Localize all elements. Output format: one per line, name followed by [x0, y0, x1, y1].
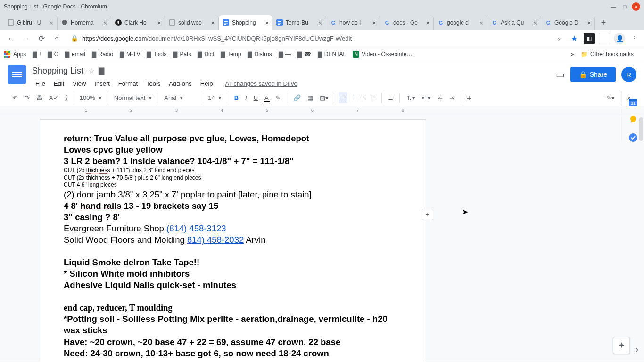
tab-close-icon[interactable]: × [533, 19, 537, 26]
tasks-icon[interactable] [628, 133, 638, 142]
add-comment-button[interactable]: + [422, 209, 433, 220]
align-right-button[interactable]: ≡ [359, 92, 368, 103]
side-panel-collapse-icon[interactable]: › [636, 345, 638, 354]
window-minimize-button[interactable]: — [609, 2, 618, 11]
bookmark-item[interactable]: ▇DENTAL [318, 51, 346, 58]
browser-tab[interactable]: Clark Ho× [111, 15, 165, 30]
bookmarks-overflow[interactable]: » [571, 51, 574, 58]
save-status[interactable]: All changes saved in Drive [222, 78, 301, 89]
vertical-scrollbar[interactable] [637, 115, 644, 362]
font-family-select[interactable]: Arial▼ [161, 92, 199, 103]
bulleted-list-button[interactable]: •≡▾ [419, 92, 434, 103]
numbered-list-button[interactable]: ⒈▾ [403, 92, 418, 104]
reload-button[interactable]: ⟳ [35, 32, 48, 45]
browser-tab[interactable]: GAsk a Qu× [487, 15, 541, 30]
bookmark-item[interactable]: ▇Pats [173, 51, 191, 58]
print-button[interactable]: 🖶 [33, 92, 45, 103]
tab-close-icon[interactable]: × [318, 19, 322, 26]
document-title[interactable]: Shopping List [32, 66, 83, 76]
browser-tab[interactable]: Gdocs - Go× [380, 15, 434, 30]
paint-format-button[interactable]: ⟆ [62, 92, 70, 103]
new-tab-button[interactable]: + [597, 16, 610, 29]
align-left-button[interactable]: ≡ [339, 92, 348, 103]
align-justify-button[interactable]: ≡ [369, 92, 378, 103]
tab-close-icon[interactable]: × [103, 19, 107, 26]
window-close-button[interactable]: ✕ [632, 2, 640, 11]
document-page[interactable]: return: True Value all purpose pvc glue,… [40, 119, 426, 362]
decrease-indent-button[interactable]: ⇤ [435, 92, 446, 103]
increase-indent-button[interactable]: ⇥ [446, 92, 457, 103]
browser-menu-icon[interactable]: ⋮ [629, 33, 640, 44]
browser-tab[interactable]: Ghow do I× [326, 15, 380, 30]
share-button[interactable]: 🔒Share [570, 67, 616, 82]
spellcheck-button[interactable]: A✓ [46, 92, 61, 103]
extension-icon-2[interactable] [599, 33, 610, 44]
line-spacing-button[interactable]: ≣ [385, 92, 396, 103]
menu-edit[interactable]: Edit [50, 78, 67, 89]
bookmark-item[interactable]: ▇Dict [198, 51, 214, 58]
bookmark-item[interactable]: ▇G [48, 51, 58, 58]
star-icon[interactable]: ☆ [88, 66, 95, 75]
menu-insert[interactable]: Insert [91, 78, 113, 89]
bookmark-item[interactable]: ▇M-TV [120, 51, 140, 58]
insert-comment-button[interactable]: ▦ [305, 92, 316, 103]
browser-tab[interactable]: solid woo× [165, 15, 219, 30]
comments-icon[interactable]: ▭ [556, 69, 565, 80]
tab-close-icon[interactable]: × [426, 19, 429, 26]
menu-view[interactable]: View [69, 78, 89, 89]
browser-tab[interactable]: Temp-Bu× [272, 15, 326, 30]
underline-button[interactable]: U [251, 92, 261, 103]
profile-icon[interactable]: 👤 [614, 33, 625, 44]
apps-button[interactable]: Apps [4, 51, 26, 58]
forward-button[interactable]: → [20, 32, 33, 45]
font-size-select[interactable]: 14▼ [205, 92, 224, 103]
insert-image-button[interactable]: ▧▾ [317, 92, 331, 103]
tab-close-icon[interactable]: × [372, 19, 376, 26]
bold-button[interactable]: B [231, 92, 241, 103]
insert-link-button[interactable]: 🔗 [290, 92, 304, 103]
ruler[interactable]: 12345678 [0, 107, 644, 115]
phone-link[interactable]: (814) 458-3123 [166, 223, 226, 233]
browser-tab[interactable]: Gibiru - U× [4, 15, 58, 30]
zoom-select[interactable]: 100%▼ [77, 92, 105, 103]
align-center-button[interactable]: ≡ [348, 92, 358, 103]
tab-close-icon[interactable]: × [265, 19, 269, 26]
italic-button[interactable]: I [242, 92, 250, 103]
menu-add-ons[interactable]: Add-ons [165, 78, 195, 89]
back-button[interactable]: ← [5, 32, 18, 45]
browser-tab[interactable]: Ggoogle d× [434, 15, 487, 30]
bookmark-video[interactable]: NVideo - Osseointe… [353, 51, 412, 58]
text-color-button[interactable]: A [262, 92, 272, 103]
clear-formatting-button[interactable]: T̶ [464, 92, 474, 103]
browser-tab[interactable]: Shopping× [219, 15, 272, 30]
menu-file[interactable]: File [32, 78, 49, 89]
keep-icon[interactable] [628, 115, 638, 124]
menu-format[interactable]: Format [115, 78, 141, 89]
highlight-button[interactable]: ✎ [272, 92, 283, 103]
bookmark-item[interactable]: ▇Distros [248, 51, 272, 58]
phone-link[interactable]: 814) 458-2032 [187, 235, 244, 245]
tab-close-icon[interactable]: × [157, 19, 161, 26]
docs-logo-icon[interactable] [8, 65, 26, 84]
calendar-icon[interactable]: 31 [628, 97, 638, 107]
bookmark-item[interactable]: ▇! [33, 51, 41, 58]
tab-close-icon[interactable]: × [50, 19, 53, 26]
bookmark-item[interactable]: ▇Temp [221, 51, 241, 58]
menu-tools[interactable]: Tools [143, 78, 164, 89]
undo-button[interactable]: ↶ [10, 92, 21, 103]
redo-button[interactable]: ↷ [22, 92, 33, 103]
move-folder-icon[interactable]: ▇ [99, 66, 104, 75]
bookmark-item[interactable]: ▇Radio [92, 51, 113, 58]
paragraph-style-select[interactable]: Normal text▼ [111, 92, 155, 103]
window-maximize-button[interactable]: □ [620, 2, 629, 11]
bookmark-item[interactable]: ▇email [65, 51, 85, 58]
bookmark-item[interactable]: ▇☎ [297, 51, 311, 58]
address-bar[interactable]: 🔒 https://docs.google.com/document/d/10R… [67, 32, 547, 45]
bookmark-item[interactable]: ▇— [279, 51, 291, 58]
editing-mode-button[interactable]: ✎▾ [603, 92, 618, 103]
bookmark-star-icon[interactable]: ★ [569, 33, 580, 44]
tab-close-icon[interactable]: × [587, 19, 591, 26]
bookmark-item[interactable]: ▇Tools [147, 51, 166, 58]
translate-icon[interactable]: ⟐ [553, 33, 565, 44]
other-bookmarks[interactable]: 📁Other bookmarks [581, 51, 634, 58]
